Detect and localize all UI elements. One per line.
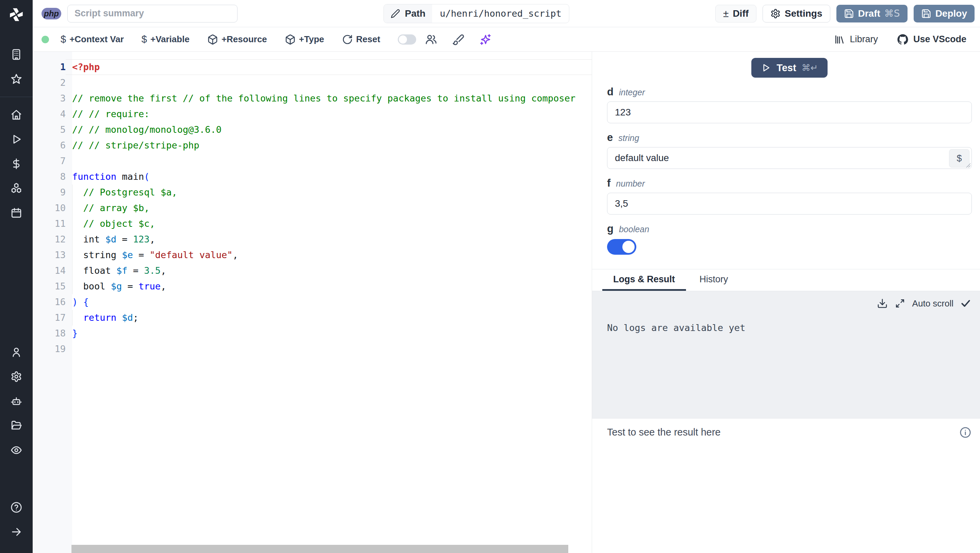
- line-number: 13: [33, 247, 66, 263]
- draft-shortcut: ⌘S: [885, 8, 900, 19]
- code-line[interactable]: 16) {: [33, 294, 592, 310]
- field-e-input[interactable]: [607, 147, 972, 169]
- assistant-toggle[interactable]: [398, 34, 416, 45]
- status-dot: [41, 36, 49, 43]
- account-user-icon[interactable]: [11, 346, 22, 358]
- code-line[interactable]: 15 bool $g = true,: [33, 279, 592, 294]
- folders-icon[interactable]: [11, 420, 22, 432]
- windmill-logo-icon[interactable]: [8, 6, 25, 23]
- collaborators-users-icon[interactable]: [425, 33, 437, 46]
- code-line[interactable]: 18}: [33, 325, 592, 341]
- test-label: Test: [776, 62, 796, 73]
- workers-bot-icon[interactable]: [11, 395, 22, 407]
- help-icon[interactable]: [11, 502, 22, 513]
- schedules-calendar-icon[interactable]: [11, 207, 22, 218]
- code-line[interactable]: 6// // stripe/stripe-php: [33, 137, 592, 153]
- code-line[interactable]: 5// // monolog/monolog@3.6.0: [33, 122, 592, 137]
- code-line[interactable]: 13 string $e = "default value",: [33, 247, 592, 263]
- resources-boxes-icon[interactable]: [11, 183, 22, 194]
- resize-grip-icon[interactable]: [966, 163, 971, 168]
- code-line[interactable]: 14 float $f = 3.5,: [33, 263, 592, 279]
- line-number: 15: [33, 279, 66, 294]
- logs-toolbar: Auto scroll: [877, 298, 971, 309]
- tab-history[interactable]: History: [689, 269, 739, 291]
- check-icon[interactable]: [960, 298, 971, 309]
- test-button[interactable]: Test ⌘↵: [751, 58, 827, 78]
- expand-icon[interactable]: [894, 298, 905, 309]
- dollar-icon: $: [60, 34, 66, 45]
- format-brush-icon[interactable]: [452, 33, 465, 46]
- home-icon[interactable]: [11, 109, 22, 121]
- line-number: 4: [33, 106, 66, 122]
- draft-button[interactable]: Draft ⌘S: [837, 5, 907, 22]
- code-line[interactable]: 9 // Postgresql $a,: [33, 185, 592, 200]
- code-text: }: [66, 325, 592, 341]
- library-button[interactable]: Library: [834, 34, 878, 45]
- reset-button[interactable]: Reset: [342, 34, 380, 45]
- code-line[interactable]: 11 // object $c,: [33, 216, 592, 231]
- code-line[interactable]: 12 int $d = 123,: [33, 231, 592, 247]
- language-badge: php: [41, 8, 61, 19]
- code-text: // // monolog/monolog@3.6.0: [66, 122, 592, 137]
- code-lines: 1<?php23// remove the first // of the fo…: [33, 59, 592, 357]
- favorites-star-icon[interactable]: [11, 73, 22, 85]
- workspace-building-icon[interactable]: [11, 49, 22, 60]
- code-line[interactable]: 3// remove the first // of the following…: [33, 91, 592, 106]
- code-line[interactable]: 2: [33, 75, 592, 91]
- code-text: float $f = 3.5,: [66, 263, 592, 279]
- add-context-var-button[interactable]: $ +Context Var: [60, 34, 124, 45]
- field-d-input[interactable]: [607, 102, 972, 123]
- code-text: [66, 75, 592, 91]
- toggle-knob: [399, 35, 407, 44]
- download-icon[interactable]: [877, 298, 888, 309]
- collapse-arrow-right-icon[interactable]: [11, 526, 22, 538]
- field-g-toggle[interactable]: [607, 239, 636, 255]
- path-label: Path: [405, 8, 426, 19]
- deploy-button[interactable]: Deploy: [914, 5, 975, 22]
- info-icon[interactable]: [959, 427, 971, 438]
- add-context-var-label: +Context Var: [69, 34, 124, 45]
- field-d-head: d integer: [607, 86, 972, 98]
- code-line[interactable]: 4// // require:: [33, 106, 592, 122]
- audit-eye-icon[interactable]: [11, 445, 22, 456]
- horizontal-scrollbar[interactable]: [72, 545, 568, 553]
- diff-button[interactable]: ± Diff: [715, 5, 756, 22]
- code-line[interactable]: 1<?php: [33, 59, 592, 75]
- pencil-icon: [391, 9, 400, 18]
- code-text: [66, 153, 592, 169]
- code-editor[interactable]: 1<?php23// remove the first // of the fo…: [33, 52, 592, 553]
- code-line[interactable]: 7: [33, 153, 592, 169]
- rotate-icon: [342, 34, 353, 45]
- code-text: string $e = "default value",: [66, 247, 592, 263]
- variables-dollar-icon[interactable]: [11, 158, 22, 170]
- settings-button[interactable]: Settings: [762, 5, 830, 22]
- package-icon: [207, 34, 218, 45]
- field-f-type: number: [616, 179, 645, 189]
- use-vscode-button[interactable]: Use VScode: [897, 34, 966, 45]
- runs-play-icon[interactable]: [11, 134, 22, 145]
- ai-sparkles-icon[interactable]: [479, 33, 492, 46]
- main-column: php Path u/henri/honored_script ± Diff S…: [33, 0, 980, 553]
- path-button[interactable]: Path u/henri/honored_script: [383, 4, 569, 23]
- reset-label: Reset: [356, 34, 380, 45]
- code-line[interactable]: 8function main(: [33, 169, 592, 185]
- code-text: ) {: [66, 294, 592, 310]
- code-line[interactable]: 19: [33, 341, 592, 357]
- add-resource-button[interactable]: +Resource: [207, 34, 267, 45]
- summary-input[interactable]: [67, 5, 237, 22]
- field-d-name: d: [607, 86, 614, 98]
- tab-logs-result[interactable]: Logs & Result: [602, 269, 686, 291]
- path-label-group: Path: [384, 5, 433, 23]
- app-window: php Path u/henri/honored_script ± Diff S…: [0, 0, 980, 553]
- add-type-button[interactable]: +Type: [285, 34, 324, 45]
- use-vscode-label: Use VScode: [913, 34, 966, 45]
- code-line[interactable]: 17 return $d;: [33, 310, 592, 325]
- add-variable-button[interactable]: $ +Variable: [142, 34, 189, 45]
- settings-gear-icon[interactable]: [11, 371, 22, 382]
- sidebar-divider: [0, 97, 33, 97]
- line-number: 2: [33, 75, 66, 91]
- field-f-input[interactable]: [607, 193, 972, 215]
- code-text: // array $b,: [66, 200, 592, 216]
- args-form: Test ⌘↵ d integer: [592, 52, 980, 269]
- code-line[interactable]: 10 // array $b,: [33, 200, 592, 216]
